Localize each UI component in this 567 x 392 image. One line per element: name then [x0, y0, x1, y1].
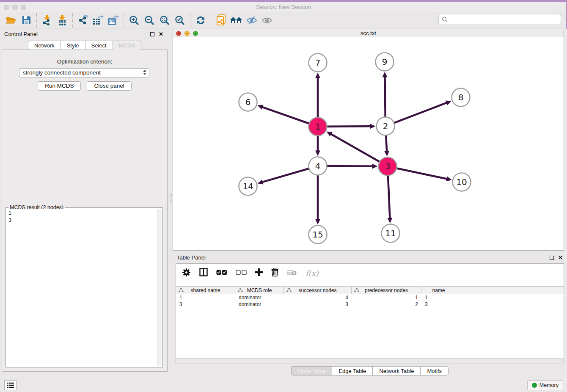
edge-3-11[interactable]	[388, 174, 390, 219]
function-builder-button[interactable]: f(x)	[306, 269, 319, 278]
zoom-selected-button[interactable]	[172, 14, 187, 27]
hide-selected-button[interactable]	[244, 14, 259, 27]
criterion-select[interactable]: strongly connected component	[19, 68, 149, 77]
table-panel-window-controls: ✕	[550, 254, 563, 261]
network-view-titlebar[interactable]: ✕ − + scc.txt	[173, 29, 564, 37]
table-cell[interactable]: 3	[421, 301, 456, 308]
search-input[interactable]	[448, 17, 561, 23]
save-session-button[interactable]	[19, 14, 34, 27]
table-cell[interactable]: 1	[421, 294, 456, 301]
node-table-container: f(x) shared nameMCDS rolesuccessor nodes…	[176, 263, 564, 364]
export-network-button[interactable]	[75, 14, 91, 27]
zoom-selected-icon	[175, 15, 185, 25]
task-history-button[interactable]	[4, 380, 17, 390]
network-from-selection-button[interactable]	[214, 14, 229, 27]
node-label-14: 14	[242, 181, 253, 191]
table-settings-button[interactable]	[182, 268, 191, 279]
edge-3-10[interactable]	[396, 168, 448, 179]
node-label-7: 7	[315, 58, 321, 68]
apply-layout-button[interactable]	[193, 14, 208, 27]
edge-2-8[interactable]	[393, 102, 447, 123]
deselect-all-button[interactable]	[236, 269, 247, 277]
tab-node-table[interactable]: Node Table	[291, 366, 332, 375]
table-cell[interactable]: dominator	[235, 294, 284, 301]
mcds-result-text[interactable]: 1 3	[7, 209, 157, 366]
network-view-window: ✕ − + scc.txt 7968124314101511	[173, 29, 564, 251]
optimization-criterion-label: Optimization criterion:	[2, 58, 167, 65]
select-all-button[interactable]	[216, 269, 227, 277]
column-header-predecessor-nodes[interactable]: predecessor nodes	[352, 287, 421, 294]
column-header-successor-nodes[interactable]: successor nodes	[284, 287, 352, 294]
open-session-button[interactable]	[3, 14, 19, 27]
table-cell[interactable]: 3	[284, 301, 352, 308]
column-header-name[interactable]: name	[421, 287, 456, 294]
toolbar-separator	[36, 13, 37, 28]
tab-motifs[interactable]: Motifs	[420, 366, 449, 375]
table-cell[interactable]: 4	[284, 294, 352, 301]
table-cell[interactable]: 2	[352, 301, 421, 308]
node-table: shared nameMCDS rolesuccessor nodesprede…	[176, 286, 564, 308]
zoom-out-button[interactable]	[142, 14, 157, 27]
import-table-icon	[58, 15, 67, 25]
tab-style[interactable]: Style	[61, 41, 85, 50]
tab-mcds[interactable]: MCDS	[113, 41, 141, 50]
zoom-fit-button[interactable]	[157, 14, 172, 27]
column-header-MCDS-role[interactable]: MCDS role	[235, 287, 284, 294]
edge-1-6[interactable]	[261, 107, 310, 124]
close-panel-button[interactable]: Close panel	[87, 81, 131, 91]
first-neighbors-button[interactable]	[229, 14, 244, 27]
edge-2-9[interactable]	[385, 76, 385, 118]
toolbar-separator	[72, 13, 73, 28]
tab-network[interactable]: Network	[28, 41, 61, 50]
memory-label: Memory	[539, 382, 559, 388]
add-column-button[interactable]	[255, 268, 263, 278]
status-bar: Memory	[0, 377, 567, 392]
save-icon	[22, 16, 31, 25]
import-table-button[interactable]	[55, 14, 70, 27]
edge-2-3[interactable]	[386, 134, 387, 152]
panel-splitter[interactable]	[170, 194, 172, 202]
edge-1-2[interactable]	[326, 126, 371, 127]
search-field[interactable]	[438, 14, 561, 25]
close-panel-icon[interactable]: ✕	[558, 254, 563, 261]
run-mcds-button[interactable]: Run MCDS	[38, 81, 81, 91]
tab-edge-table[interactable]: Edge Table	[332, 366, 372, 375]
network-canvas[interactable]: 7968124314101511	[173, 38, 564, 250]
edge-4-14[interactable]	[261, 168, 310, 182]
table-cell[interactable]: dominator	[235, 301, 284, 308]
table-cell[interactable]: 1	[176, 294, 235, 301]
mcds-result-box: MCDS result (2 nodes) 1 3	[6, 207, 163, 367]
network-graph: 7968124314101511	[173, 38, 564, 250]
zoom-in-button[interactable]	[127, 14, 142, 27]
column-view-button[interactable]	[199, 268, 208, 278]
export-image-button[interactable]	[106, 14, 121, 27]
close-panel-icon[interactable]: ✕	[159, 31, 163, 37]
show-all-button[interactable]	[259, 14, 275, 27]
tab-network-table[interactable]: Network Table	[372, 366, 420, 375]
memory-button[interactable]: Memory	[527, 380, 563, 390]
toolbar-separator	[124, 13, 124, 28]
float-panel-icon[interactable]	[550, 256, 554, 260]
export-table-button[interactable]	[91, 14, 106, 27]
edge-3-1[interactable]	[330, 134, 380, 163]
network-view-title: scc.txt	[173, 30, 564, 36]
edge-4-3[interactable]	[326, 166, 373, 166]
import-network-button[interactable]	[39, 14, 55, 27]
delete-table-button[interactable]	[287, 269, 297, 277]
two-houses-icon	[230, 16, 243, 25]
edge-arrowhead	[315, 73, 320, 78]
toolbar-separator	[190, 13, 190, 28]
column-header-shared-name[interactable]: shared name	[176, 287, 235, 294]
float-panel-icon[interactable]	[150, 32, 154, 36]
edge-arrowhead	[387, 218, 392, 223]
tab-select[interactable]: Select	[85, 41, 113, 50]
edge-arrowhead	[372, 164, 377, 169]
gear-icon	[182, 268, 191, 277]
table-cell[interactable]: 3	[176, 301, 235, 308]
delete-column-button[interactable]	[271, 268, 278, 278]
mcds-result-scrollbar[interactable]	[157, 209, 162, 366]
hierarchy-icon	[286, 288, 292, 293]
table-row[interactable]: 1dominator411	[176, 294, 564, 301]
table-cell[interactable]: 1	[352, 294, 421, 301]
table-row[interactable]: 3dominator323	[176, 301, 564, 308]
